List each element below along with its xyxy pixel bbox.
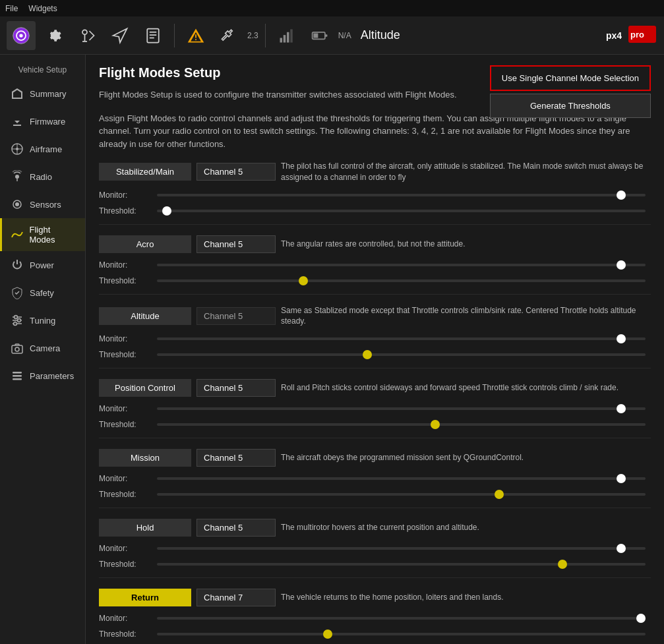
mode-name-btn-return[interactable]: Return bbox=[99, 589, 191, 606]
mode-channel-select-hold[interactable]: Channel 5Channel 6Channel 7Channel 8Disa… bbox=[196, 519, 276, 537]
menu-file[interactable]: File bbox=[5, 4, 18, 13]
monitor-slider-acro[interactable] bbox=[157, 260, 646, 270]
threshold-slider-hold[interactable] bbox=[157, 560, 646, 569]
monitor-dot-acro[interactable] bbox=[617, 260, 626, 270]
threshold-dot-acro[interactable] bbox=[299, 276, 308, 285]
mode-header-stabilized: Stabilized/Main Channel 5Channel 6Channe… bbox=[99, 161, 651, 183]
threshold-label-position: Threshold: bbox=[99, 420, 152, 429]
mode-channel-select-acro[interactable]: Channel 5Channel 6Channel 7Channel 8Disa… bbox=[196, 235, 276, 253]
threshold-dot-stabilized[interactable] bbox=[162, 206, 171, 216]
svg-point-27 bbox=[15, 316, 18, 319]
parameters-label: Parameters bbox=[30, 371, 74, 381]
sidebar-item-radio[interactable]: Radio bbox=[0, 163, 85, 190]
power-label: Power bbox=[30, 260, 54, 270]
toolbar: 2.3 N/A Altitude px4 pro bbox=[0, 16, 664, 55]
monitor-slider-altitude[interactable] bbox=[157, 334, 646, 343]
monitor-label-position: Monitor: bbox=[99, 404, 152, 413]
threshold-dot-return[interactable] bbox=[323, 629, 332, 639]
svg-rect-10 bbox=[287, 32, 289, 42]
monitor-line-return: Monitor: bbox=[99, 610, 651, 626]
sidebar-item-parameters[interactable]: Parameters bbox=[0, 362, 85, 390]
tools-button[interactable] bbox=[214, 21, 243, 50]
send-button[interactable] bbox=[106, 21, 135, 50]
mode-header-acro: Acro Channel 5Channel 6Channel 7Channel … bbox=[99, 235, 651, 253]
qgc-icon-button[interactable] bbox=[7, 21, 36, 50]
mode-name-btn-stabilized[interactable]: Stabilized/Main bbox=[99, 163, 191, 181]
sidebar-item-summary[interactable]: Summary bbox=[0, 80, 85, 107]
sidebar-item-power[interactable]: Power bbox=[0, 251, 85, 279]
mode-row-altitude: Altitude Channel 5Channel 6Channel 7Chan… bbox=[99, 305, 651, 369]
parameters-icon bbox=[10, 368, 24, 383]
sidebar-item-flight-modes[interactable]: Flight Modes bbox=[0, 218, 85, 251]
threshold-slider-acro[interactable] bbox=[157, 276, 646, 285]
sidebar-item-airframe[interactable]: Airframe bbox=[0, 135, 85, 163]
settings-button[interactable] bbox=[40, 21, 69, 50]
svg-point-3 bbox=[82, 30, 87, 34]
menu-widgets[interactable]: Widgets bbox=[28, 4, 57, 13]
mode-channel-select-return[interactable]: Channel 5Channel 6Channel 7Channel 8Disa… bbox=[196, 589, 276, 606]
threshold-slider-altitude[interactable] bbox=[157, 350, 646, 359]
camera-icon bbox=[10, 341, 24, 355]
svg-point-2 bbox=[19, 34, 22, 37]
monitor-dot-mission[interactable] bbox=[617, 474, 626, 483]
threshold-dot-position[interactable] bbox=[431, 420, 440, 429]
radio-label: Radio bbox=[30, 172, 52, 182]
threshold-line-return: Threshold: bbox=[99, 626, 651, 642]
sidebar-item-sensors[interactable]: Sensors bbox=[0, 190, 85, 218]
threshold-dot-mission[interactable] bbox=[495, 490, 504, 499]
mode-name-btn-mission[interactable]: Mission bbox=[99, 449, 191, 467]
flight-modes-icon bbox=[10, 227, 24, 242]
monitor-dot-altitude[interactable] bbox=[617, 334, 626, 343]
threshold-slider-position[interactable] bbox=[157, 420, 646, 429]
mode-channel-select-mission[interactable]: Channel 5Channel 6Channel 7Channel 8Disa… bbox=[196, 449, 276, 467]
mode-name-btn-acro[interactable]: Acro bbox=[99, 235, 191, 253]
mode-header-mission: Mission Channel 5Channel 6Channel 7Chann… bbox=[99, 449, 651, 467]
threshold-dot-hold[interactable] bbox=[558, 560, 567, 569]
svg-point-33 bbox=[15, 347, 19, 351]
monitor-line-mission: Monitor: bbox=[99, 471, 651, 486]
monitor-dot-hold[interactable] bbox=[617, 544, 626, 553]
sidebar-item-safety[interactable]: Safety bbox=[0, 279, 85, 307]
log-button[interactable] bbox=[138, 21, 167, 50]
monitor-dot-stabilized[interactable] bbox=[617, 190, 626, 200]
threshold-slider-mission[interactable] bbox=[157, 490, 646, 499]
svg-text:pro: pro bbox=[630, 30, 644, 40]
single-channel-button[interactable]: Use Single Channel Mode Selection bbox=[490, 65, 651, 91]
airframe-label: Airframe bbox=[30, 144, 62, 154]
mode-channel-select-altitude[interactable]: Channel 5Channel 6Channel 7Channel 8Disa… bbox=[196, 307, 276, 325]
threshold-slider-stabilized[interactable] bbox=[157, 206, 646, 216]
threshold-line-stabilized: Threshold: bbox=[99, 203, 651, 219]
mode-name-btn-altitude[interactable]: Altitude bbox=[99, 307, 191, 325]
mode-channel-select-stabilized[interactable]: Channel 5Channel 6Channel 7Channel 8Disa… bbox=[196, 163, 276, 181]
generate-thresholds-button[interactable]: Generate Thresholds bbox=[490, 94, 651, 118]
svg-rect-34 bbox=[13, 372, 22, 374]
monitor-slider-position[interactable] bbox=[157, 404, 646, 413]
power-icon bbox=[10, 258, 24, 272]
monitor-slider-mission[interactable] bbox=[157, 474, 646, 483]
monitor-label-altitude: Monitor: bbox=[99, 334, 152, 343]
mode-name-btn-position[interactable]: Position Control bbox=[99, 379, 191, 397]
signal-button[interactable] bbox=[272, 21, 301, 50]
mode-name-btn-hold[interactable]: Hold bbox=[99, 519, 191, 537]
monitor-dot-position[interactable] bbox=[617, 404, 626, 413]
monitor-dot-return[interactable] bbox=[636, 614, 646, 623]
monitor-slider-stabilized[interactable] bbox=[157, 190, 646, 200]
svg-rect-9 bbox=[283, 35, 286, 42]
svg-rect-36 bbox=[13, 378, 22, 380]
mode-header-position: Position Control Channel 5Channel 6Chann… bbox=[99, 379, 651, 397]
sidebar-item-firmware[interactable]: Firmware bbox=[0, 107, 85, 135]
sidebar-item-camera[interactable]: Camera bbox=[0, 334, 85, 362]
threshold-dot-altitude[interactable] bbox=[363, 350, 372, 359]
monitor-line-hold: Monitor: bbox=[99, 541, 651, 556]
mode-channel-select-position[interactable]: Channel 5Channel 6Channel 7Channel 8Disa… bbox=[196, 379, 276, 397]
alert-button[interactable] bbox=[181, 21, 210, 50]
monitor-slider-hold[interactable] bbox=[157, 544, 646, 553]
monitor-slider-return[interactable] bbox=[157, 614, 646, 623]
nav-button[interactable] bbox=[73, 21, 102, 50]
threshold-slider-return[interactable] bbox=[157, 629, 646, 639]
mode-row-position: Position Control Channel 5Channel 6Chann… bbox=[99, 379, 651, 438]
monitor-line-altitude: Monitor: bbox=[99, 331, 651, 347]
divider-1 bbox=[174, 24, 175, 47]
battery-button[interactable] bbox=[305, 21, 334, 50]
sidebar-item-tuning[interactable]: Tuning bbox=[0, 307, 85, 334]
